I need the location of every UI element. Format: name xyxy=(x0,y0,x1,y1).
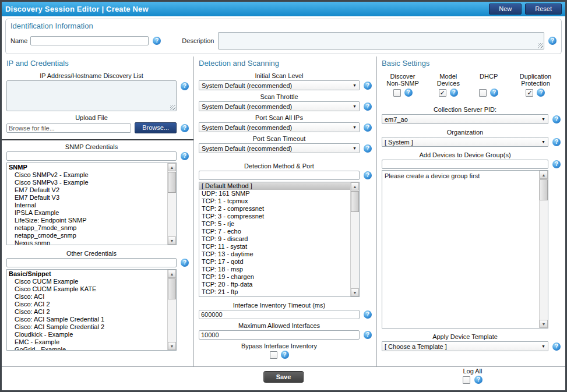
credential-group-header[interactable]: Basic/Snippet xyxy=(7,270,167,278)
list-item[interactable]: TCP: 21 - ftp xyxy=(199,288,350,296)
description-input[interactable] xyxy=(218,32,544,50)
list-item[interactable]: [ Default Method ] xyxy=(199,182,350,190)
scroll-down-icon[interactable]: ▼ xyxy=(540,320,548,328)
scroll-down-icon[interactable]: ▼ xyxy=(168,236,176,245)
help-icon[interactable]: ? xyxy=(181,82,189,90)
help-icon[interactable]: ? xyxy=(490,89,498,97)
initial-scan-level-select[interactable]: System Default (recommended) ▼ xyxy=(199,80,360,90)
duplication-protection-checkbox[interactable]: ✓ xyxy=(526,89,533,97)
help-icon[interactable]: ? xyxy=(552,160,561,168)
list-item[interactable]: EMC - Example xyxy=(7,338,167,346)
scrollbar[interactable]: ▲ ▼ xyxy=(350,182,359,296)
list-item[interactable]: Cisco CUCM Example xyxy=(7,278,167,285)
list-item[interactable]: LifeSize: Endpoint SNMP xyxy=(7,217,167,224)
ip-discovery-list-textarea[interactable] xyxy=(6,80,177,111)
organization-select[interactable]: [ System ] ▼ xyxy=(382,137,548,147)
help-icon[interactable]: ? xyxy=(450,89,458,97)
scroll-thumb[interactable] xyxy=(168,172,176,193)
list-item[interactable]: TCP: 3 - compressnet xyxy=(199,213,350,220)
list-item[interactable]: TCP: 11 - systat xyxy=(199,243,350,250)
scroll-up-icon[interactable]: ▲ xyxy=(540,171,548,179)
list-item[interactable]: Nexus snmp xyxy=(7,239,167,245)
list-item[interactable]: GoGrid - Example xyxy=(7,346,167,350)
list-item[interactable]: TCP: 19 - chargen xyxy=(199,273,350,281)
list-item[interactable]: Cloudkick - Example xyxy=(7,331,167,338)
interface-inventory-timeout-input[interactable] xyxy=(199,310,360,319)
dhcp-checkbox[interactable] xyxy=(479,89,487,97)
list-item[interactable]: TCP: 1 - tcpmux xyxy=(199,197,350,205)
help-icon[interactable]: ? xyxy=(281,351,289,359)
help-icon[interactable]: ? xyxy=(364,103,372,111)
scroll-down-icon[interactable]: ▼ xyxy=(168,342,176,350)
list-item[interactable]: EM7 Default V3 xyxy=(7,194,167,202)
model-devices-checkbox[interactable]: ✓ xyxy=(439,89,446,97)
list-item[interactable]: TCP: 2 - compressnet xyxy=(199,205,350,213)
help-icon[interactable]: ? xyxy=(474,376,483,384)
help-icon[interactable]: ? xyxy=(364,310,372,319)
scroll-thumb[interactable] xyxy=(540,179,548,200)
list-item[interactable]: TCP: 7 - echo xyxy=(199,228,350,235)
bypass-interface-inventory-checkbox[interactable] xyxy=(270,351,277,359)
list-item[interactable]: UDP: 161 SNMP xyxy=(199,190,350,197)
list-item[interactable]: EM7 Default V2 xyxy=(7,186,167,194)
device-groups-filter-input[interactable] xyxy=(382,160,548,169)
collection-server-pid-select[interactable]: em7_ao ▼ xyxy=(382,114,548,124)
list-item[interactable]: netapp_cmode_snmp xyxy=(7,232,167,239)
list-item[interactable]: TCP: 9 - discard xyxy=(199,235,350,243)
scrollbar[interactable]: ▲ ▼ xyxy=(167,163,176,245)
help-icon[interactable]: ? xyxy=(552,138,561,146)
scroll-thumb[interactable] xyxy=(168,278,176,299)
help-icon[interactable]: ? xyxy=(548,37,557,45)
help-icon[interactable]: ? xyxy=(153,37,161,45)
help-icon[interactable]: ? xyxy=(181,259,189,267)
list-item[interactable]: Cisco: ACI xyxy=(7,293,167,301)
list-item[interactable]: TCP: 17 - qotd xyxy=(199,258,350,266)
scrollbar[interactable]: ▲ ▼ xyxy=(539,171,548,328)
snmp-credentials-listbox[interactable]: SNMP Cisco SNMPv2 - ExampleCisco SNMPv3 … xyxy=(6,163,177,245)
resize-grip-icon[interactable] xyxy=(170,105,175,110)
help-icon[interactable]: ? xyxy=(364,82,372,90)
help-icon[interactable]: ? xyxy=(181,152,189,160)
other-credentials-listbox[interactable]: Basic/Snippet Cisco CUCM ExampleCisco CU… xyxy=(6,269,177,351)
list-item[interactable]: Cisco SNMPv2 - Example xyxy=(7,171,167,179)
other-credentials-filter-input[interactable] xyxy=(6,258,177,267)
discover-non-snmp-checkbox[interactable] xyxy=(393,89,401,97)
list-item[interactable]: Cisco CUCM Example KATE xyxy=(7,285,167,293)
scroll-up-icon[interactable]: ▲ xyxy=(168,163,176,171)
list-item[interactable]: TCP: 13 - daytime xyxy=(199,250,350,258)
browse-button[interactable]: Browse... xyxy=(135,122,177,133)
help-icon[interactable]: ? xyxy=(364,171,372,179)
log-all-checkbox[interactable] xyxy=(463,376,470,384)
port-scan-all-ips-select[interactable]: System Default (recommended) ▼ xyxy=(199,122,360,132)
list-item[interactable]: TCP: 18 - msp xyxy=(199,266,350,273)
reset-button[interactable]: Reset xyxy=(525,3,562,15)
port-scan-timeout-select[interactable]: System Default (recommended) ▼ xyxy=(199,143,360,153)
help-icon[interactable]: ? xyxy=(364,123,372,132)
list-item[interactable]: IPSLA Example xyxy=(7,209,167,217)
name-input[interactable] xyxy=(30,36,149,45)
list-item[interactable]: TCP: 20 - ftp-data xyxy=(199,281,350,288)
help-icon[interactable]: ? xyxy=(537,89,545,97)
new-button[interactable]: New xyxy=(489,3,522,15)
scrollbar[interactable]: ▲ ▼ xyxy=(167,270,176,350)
help-icon[interactable]: ? xyxy=(552,342,561,351)
scroll-thumb[interactable] xyxy=(351,191,359,212)
list-item[interactable]: Cisco: ACI 2 xyxy=(7,301,167,308)
resize-grip-icon[interactable] xyxy=(538,43,543,48)
max-allowed-interfaces-input[interactable] xyxy=(199,330,360,340)
list-item[interactable]: Internal xyxy=(7,202,167,209)
list-item[interactable]: Cisco: ACI Sample Credential 1 xyxy=(7,316,167,323)
list-item[interactable]: netapp_7mode_snmp xyxy=(7,224,167,232)
detection-method-listbox[interactable]: [ Default Method ]UDP: 161 SNMPTCP: 1 - … xyxy=(199,182,360,297)
save-button[interactable]: Save xyxy=(263,371,304,383)
list-item[interactable]: Cisco: ACI 2 xyxy=(7,308,167,316)
help-icon[interactable]: ? xyxy=(404,89,413,97)
help-icon[interactable]: ? xyxy=(552,115,561,123)
apply-device-template-select[interactable]: [ Choose a Template ] ▼ xyxy=(382,341,548,351)
credential-group-header[interactable]: SNMP xyxy=(7,163,167,171)
help-icon[interactable]: ? xyxy=(181,124,189,132)
detection-method-filter-input[interactable] xyxy=(199,171,360,180)
scan-throttle-select[interactable]: System Default (recommended) ▼ xyxy=(199,101,360,111)
list-item[interactable]: Cisco: ACI Sample Credential 2 xyxy=(7,323,167,331)
upload-file-input[interactable] xyxy=(6,123,131,133)
